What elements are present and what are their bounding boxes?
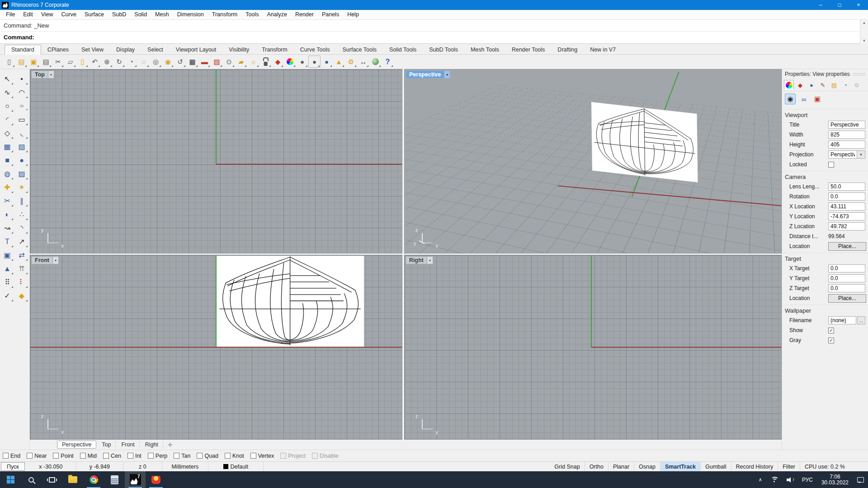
wallpaper-filename-field[interactable]	[828, 316, 856, 324]
control-point-curve-icon[interactable]: ∿	[1, 86, 14, 99]
camera-place-button[interactable]: Place...	[828, 242, 866, 251]
select-pointer-icon[interactable]: ↖	[1, 73, 14, 85]
viewport-right-title[interactable]: Right	[406, 257, 427, 264]
color-wheel-icon[interactable]	[284, 56, 296, 67]
material-icon[interactable]: ◆	[272, 56, 283, 67]
cone-cursor-icon[interactable]: ▲	[333, 56, 344, 67]
status-toggle[interactable]: Record History	[731, 462, 778, 471]
media-app-button[interactable]	[146, 471, 166, 488]
menu-item[interactable]: Render	[291, 10, 318, 19]
audit-icon[interactable]: ✓	[1, 290, 14, 302]
command-scrollbar[interactable]: ▲ ▼	[860, 20, 868, 44]
surface-patch-icon[interactable]: ▨	[16, 168, 28, 180]
rectangle-icon[interactable]: ▭	[16, 113, 28, 126]
lamp-icon[interactable]: ☼	[248, 56, 259, 67]
toolbar-tab[interactable]: Standard	[5, 45, 41, 55]
viewport-front[interactable]: Front ▼ z x	[30, 255, 402, 440]
rendered-sphere-icon[interactable]: ●	[321, 56, 332, 67]
speaker-icon[interactable]	[783, 471, 798, 488]
toolbar-tab[interactable]: SubD Tools	[423, 45, 464, 54]
pencil-tab-icon[interactable]: ✎	[818, 80, 828, 90]
status-toggle[interactable]: Filter	[778, 462, 800, 471]
toolbar-tab[interactable]: Viewport Layout	[170, 45, 222, 54]
boolean-difference-icon[interactable]: ◐	[1, 208, 14, 221]
osnap-checkbox[interactable]	[197, 453, 203, 459]
array-linear-icon[interactable]: ⠇	[16, 276, 28, 288]
maximize-button[interactable]: □	[830, 0, 849, 10]
viewport-top[interactable]: Top ▼ y x	[30, 69, 402, 253]
menu-item[interactable]: Tools	[241, 10, 263, 19]
arc-icon[interactable]: ◜	[1, 113, 14, 126]
status-toggle[interactable]: Osnap	[634, 462, 660, 471]
trim-icon[interactable]: ✂	[1, 195, 14, 207]
zoom-extents-icon[interactable]: ◉	[162, 56, 174, 67]
interpolate-curve-icon[interactable]: ◠	[16, 86, 28, 99]
viewport-front-title[interactable]: Front	[32, 257, 52, 264]
rhino-button[interactable]	[125, 471, 146, 488]
toolbar-tab[interactable]: Solid Tools	[383, 45, 423, 54]
menu-item[interactable]: Panels	[318, 10, 343, 19]
viewport-top-dropdown-icon[interactable]: ▼	[48, 71, 54, 78]
menu-item[interactable]: Solid	[130, 10, 151, 19]
new-file-icon[interactable]: ▯	[4, 56, 15, 67]
explorer-button[interactable]	[62, 471, 83, 488]
adjust-curve-icon[interactable]: ↝	[1, 222, 14, 234]
circle-icon[interactable]: ○	[1, 100, 14, 112]
texture-tab-icon[interactable]: ●	[807, 80, 816, 90]
cylinder-icon[interactable]: ◍	[1, 168, 14, 180]
rotation-field[interactable]	[828, 192, 865, 201]
viewport-top-title[interactable]: Top	[32, 71, 48, 78]
undo-view-icon[interactable]: ↺	[175, 56, 186, 67]
cplane-button[interactable]: Пуск	[1, 462, 25, 471]
menu-item[interactable]: Help	[343, 10, 363, 19]
toolbar-tab[interactable]: Surface Tools	[336, 45, 383, 54]
osnap-checkbox[interactable]	[80, 453, 86, 459]
viewport-perspective-dropdown-icon[interactable]: ▼	[444, 71, 450, 78]
action-center-icon[interactable]	[853, 471, 868, 488]
zoom-dynamic-icon[interactable]: ◔	[126, 56, 137, 67]
help-icon[interactable]: ?	[382, 56, 393, 67]
object-properties-tab-icon[interactable]	[784, 80, 794, 90]
toolbar-tab[interactable]: Display	[110, 45, 141, 54]
toolbar-tab[interactable]: Mesh Tools	[464, 45, 505, 54]
curve-blend-icon[interactable]: ◟	[16, 127, 28, 139]
viewport-width-field[interactable]	[828, 131, 865, 139]
array-grid-icon[interactable]: ⠿	[1, 276, 14, 288]
sphere-icon[interactable]: ●	[16, 154, 28, 166]
lock-icon[interactable]: ▆	[260, 56, 271, 67]
tray-chevron-icon[interactable]: ∧	[755, 471, 766, 488]
box-icon[interactable]: ■	[1, 154, 14, 166]
units-indicator[interactable]: Millimeters	[162, 462, 208, 471]
osnap-toggle[interactable]: Point	[53, 453, 74, 459]
viewport-perspective-title-chip[interactable]: Perspective ▼	[406, 71, 450, 78]
osnap-toggle[interactable]: Cen	[103, 453, 121, 459]
osnap-toggle[interactable]: Int	[127, 453, 142, 459]
osnap-checkbox[interactable]	[27, 453, 33, 459]
open-file-icon[interactable]: ▤	[16, 56, 27, 67]
boolean-union-icon[interactable]: ✚	[1, 181, 14, 193]
split-icon[interactable]: ∥	[16, 195, 28, 207]
pan-icon[interactable]: ⊕	[101, 56, 113, 67]
toolbar-tab[interactable]: Curve Tools	[294, 45, 336, 54]
point-cloud-icon[interactable]: ∴	[16, 208, 28, 221]
target-z-field[interactable]	[828, 284, 865, 292]
panel-grip[interactable]	[853, 73, 865, 75]
zoom-selected-icon[interactable]: ◎	[150, 56, 161, 67]
copy-icon[interactable]: ▱	[65, 56, 76, 67]
layer-indicator[interactable]: Default	[208, 462, 264, 471]
osnap-checkbox[interactable]	[280, 453, 286, 459]
shaded-sphere-icon[interactable]: ●	[309, 56, 320, 67]
wireframe-sphere-icon[interactable]: ●	[297, 56, 308, 67]
scroll-down-icon[interactable]: ▼	[863, 39, 866, 43]
viewport-tab[interactable]: Perspective	[57, 441, 96, 449]
shapes-icon[interactable]: ▰	[236, 56, 247, 67]
show-checkbox[interactable]: ✓	[828, 328, 834, 333]
earth-icon[interactable]	[370, 56, 381, 67]
render-icon[interactable]: ▬	[199, 56, 210, 67]
viewport-height-field[interactable]	[828, 141, 865, 149]
chrome-button[interactable]	[83, 471, 104, 488]
start-button[interactable]	[0, 471, 21, 488]
osnap-checkbox[interactable]	[225, 453, 231, 459]
menu-item[interactable]: Dimension	[173, 10, 208, 19]
info-tab-icon[interactable]: ◔	[840, 80, 850, 90]
